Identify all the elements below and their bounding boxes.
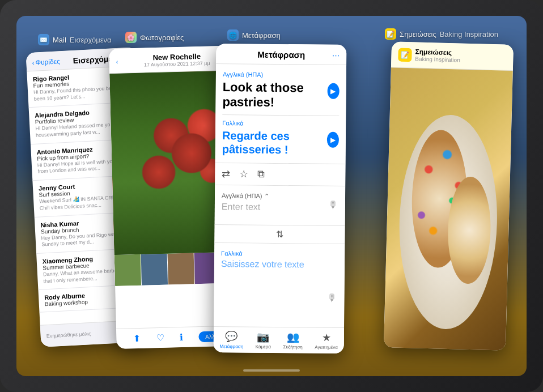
- mail-sublabel-text: Εισερχόμενα: [70, 36, 112, 44]
- translation-menu-button[interactable]: ···: [332, 50, 340, 60]
- heart-icon: ♡: [156, 333, 164, 343]
- translation-divider: [222, 114, 339, 116]
- photos-share-button[interactable]: ⬆: [133, 333, 141, 344]
- photos-info-button[interactable]: ℹ: [180, 332, 183, 343]
- photo-thumb-3[interactable]: [168, 253, 195, 284]
- ipad-home-indicator[interactable]: [243, 369, 300, 372]
- mail-back-button[interactable]: ‹ Φυρίδες: [32, 57, 60, 67]
- translation-icon: 🌐: [227, 29, 239, 41]
- camera-nav-icon: 📷: [257, 331, 269, 343]
- notes-sublabel-text: Baking Inspiration: [440, 30, 498, 39]
- translation-mic-button[interactable]: 🎙: [328, 200, 338, 212]
- notes-app-label: 📝 Σημειώσεις Baking Inspiration: [385, 28, 498, 40]
- translation-nav-favorites[interactable]: ★ Αγαπημένα: [315, 331, 338, 350]
- info-icon: ℹ: [180, 332, 183, 343]
- photos-back-button[interactable]: ‹: [116, 58, 118, 65]
- translation-target-lang: Γαλλικά: [222, 120, 339, 127]
- translation-play-translated-button[interactable]: ▶: [326, 131, 339, 147]
- notes-header: 📝 Σημειώσεις Baking Inspiration: [391, 41, 514, 71]
- photo-thumb-2[interactable]: [141, 254, 168, 286]
- translation-input-lang-text: Αγγλικά (ΗΠΑ): [222, 192, 262, 199]
- translation-result-area: Αγγλικά (ΗΠΑ) Look at those pastries! ▶ …: [215, 64, 347, 164]
- copy-icon[interactable]: ⧉: [257, 168, 265, 180]
- play-icon: ▶: [330, 87, 336, 95]
- mail-label-text: Mail: [53, 36, 66, 44]
- mail-app-label: ✉️ Mail Εισερχόμενα: [38, 34, 112, 45]
- notes-icon: 📝: [385, 28, 396, 40]
- notes-header-text: Σημειώσεις Baking Inspiration: [415, 48, 460, 63]
- translation-output-placeholder: Saisissez votre texte: [221, 259, 338, 270]
- convo-nav-icon: 👥: [287, 331, 299, 343]
- photos-app-label: 🌸 Φωτογραφίες: [125, 32, 184, 43]
- arrows-icon[interactable]: ⇄: [222, 168, 230, 180]
- photos-label-text: Φωτογραφίες: [140, 33, 184, 42]
- ipad-frame: ✉️ Mail Εισερχόμενα 🌸 Φωτογραφίες 🌐 Μετά…: [0, 0, 543, 392]
- translate-nav-label: Μετάφραση: [219, 344, 243, 349]
- notes-baking-image: [384, 67, 513, 350]
- translation-bottom-nav: 💬 Μετάφραση 📷 Κάμερα 👥 Συζήτηση ★ Αγαπημ…: [214, 326, 344, 353]
- translation-input-area[interactable]: Αγγλικά (ΗΠΑ) ⌃ Enter text 🎙: [215, 185, 346, 226]
- photos-icon: 🌸: [125, 32, 137, 43]
- notes-label-text: Σημειώσεις: [400, 30, 436, 39]
- translate-nav-icon: 💬: [225, 330, 237, 343]
- ipad-screen: ✉️ Mail Εισερχόμενα 🌸 Φωτογραφίες 🌐 Μετά…: [16, 16, 527, 376]
- star-icon[interactable]: ☆: [239, 168, 248, 180]
- chevron-down-icon: ⌃: [264, 193, 269, 200]
- translation-nav-translate[interactable]: 💬 Μετάφραση: [219, 330, 243, 349]
- chevron-left-icon: ‹: [32, 59, 35, 67]
- translation-nav-convo[interactable]: 👥 Συζήτηση: [283, 331, 303, 350]
- mail-back-label: Φυρίδες: [35, 57, 60, 66]
- convo-nav-label: Συζήτηση: [283, 344, 303, 350]
- favorites-nav-label: Αγαπημένα: [315, 345, 338, 350]
- translation-input-placeholder: Enter text: [222, 202, 338, 213]
- translation-card[interactable]: Μετάφραση ··· Αγγλικά (ΗΠΑ) Look at thos…: [214, 44, 347, 353]
- translation-output-lang: Γαλλικά: [221, 250, 338, 258]
- translation-title: Μετάφραση: [257, 50, 305, 60]
- notes-card[interactable]: 📝 Σημειώσεις Baking Inspiration: [384, 41, 514, 350]
- translation-translated-text: Regarde ces pâtisseries !: [222, 129, 327, 157]
- translation-label-text: Μετάφραση: [242, 31, 281, 40]
- translation-input-lang: Αγγλικά (ΗΠΑ) ⌃: [222, 192, 338, 201]
- translation-header: Μετάφραση ···: [216, 44, 346, 65]
- mail-icon: ✉️: [38, 34, 49, 45]
- translation-action-row: ⇄ ☆ ⧉: [215, 163, 345, 186]
- photo-thumb-1[interactable]: [114, 254, 142, 286]
- notes-app-icon: 📝: [398, 48, 412, 62]
- photos-date: 17 Αυγούστου 2021 12:37 μμ: [144, 61, 210, 68]
- notes-subtitle: Baking Inspiration: [415, 56, 460, 63]
- swap-icon: ⇅: [276, 229, 283, 240]
- share-icon: ⬆: [133, 333, 141, 344]
- translation-swap-button[interactable]: ⇅: [214, 225, 345, 244]
- camera-nav-label: Κάμερα: [256, 344, 271, 350]
- translation-output-mic-button[interactable]: 🎙: [327, 293, 337, 305]
- play-translated-icon: ▶: [330, 136, 336, 144]
- translation-app-label: 🌐 Μετάφραση: [227, 29, 281, 41]
- photos-favorite-button[interactable]: ♡: [156, 333, 164, 343]
- translation-source-lang: Αγγλικά (ΗΠΑ): [223, 71, 340, 79]
- translation-nav-camera[interactable]: 📷 Κάμερα: [256, 331, 272, 350]
- mail-updated-text: Ενημερώθηκε μόλις: [46, 331, 91, 339]
- translation-original-text: Look at those pastries!: [222, 80, 327, 110]
- translation-play-original-button[interactable]: ▶: [327, 83, 340, 99]
- favorites-nav-icon: ★: [322, 331, 331, 344]
- translation-output-lang-text: Γαλλικά: [221, 250, 243, 257]
